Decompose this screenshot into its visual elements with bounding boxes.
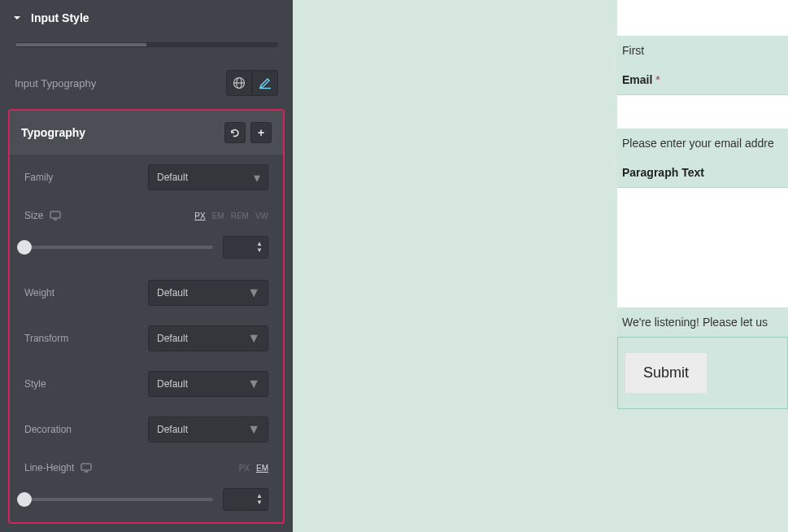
svg-rect-4 bbox=[50, 211, 60, 218]
lh-unit-em[interactable]: EM bbox=[256, 464, 268, 473]
lineheight-label: Line-Height bbox=[24, 462, 92, 473]
size-slider-thumb[interactable] bbox=[17, 240, 32, 255]
tab-active[interactable]: ACTIVE bbox=[146, 43, 277, 47]
transform-row: Transform Default ▼ bbox=[10, 316, 283, 361]
family-select-wrap: Default ▾ bbox=[148, 164, 268, 190]
lineheight-units: PX EM bbox=[239, 464, 268, 473]
unit-rem[interactable]: REM bbox=[231, 211, 249, 220]
tab-normal[interactable]: NORMAL bbox=[15, 43, 146, 47]
family-select[interactable]: Default bbox=[148, 164, 268, 190]
lineheight-row: Line-Height PX EM bbox=[10, 452, 283, 483]
weight-select[interactable]: Default bbox=[148, 280, 268, 306]
typography-actions: + bbox=[224, 122, 272, 143]
style-select[interactable]: Default bbox=[148, 371, 268, 397]
plus-icon: + bbox=[258, 126, 264, 139]
caret-down-icon bbox=[13, 14, 21, 22]
style-label: Style bbox=[24, 378, 46, 390]
typography-title: Typography bbox=[21, 126, 85, 139]
style-select-wrap: Default ▼ bbox=[148, 371, 268, 397]
desktop-icon[interactable] bbox=[81, 463, 92, 473]
stepper-icon: ▲▼ bbox=[255, 239, 264, 255]
submit-wrap: Submit bbox=[617, 337, 788, 409]
typography-panel: Typography + Family Default ▾ bbox=[8, 109, 285, 524]
weight-row: Weight Default ▼ bbox=[10, 270, 283, 316]
size-units: PX EM REM VW bbox=[194, 211, 268, 220]
stepper-icon: ▲▼ bbox=[255, 491, 264, 508]
undo-icon bbox=[229, 127, 241, 138]
pencil-icon-button[interactable] bbox=[252, 70, 278, 96]
first-name-label: First bbox=[617, 36, 788, 65]
family-row: Family Default ▾ bbox=[10, 155, 283, 200]
input-typography-label: Input Typography bbox=[15, 77, 96, 89]
pencil-icon bbox=[259, 76, 272, 89]
submit-button[interactable]: Submit bbox=[625, 352, 707, 394]
preview-canvas: First Email * Please enter your email ad… bbox=[293, 0, 788, 532]
paragraph-label-row: Paragraph Text bbox=[617, 158, 788, 187]
size-label-text: Size bbox=[24, 210, 43, 221]
email-label: Email bbox=[622, 73, 652, 86]
reset-button[interactable] bbox=[224, 122, 246, 143]
paragraph-help-text: We're listening! Please let us bbox=[617, 307, 788, 337]
lineheight-slider-thumb[interactable] bbox=[17, 492, 32, 507]
transform-select-wrap: Default ▼ bbox=[148, 325, 268, 351]
email-help-text: Please enter your email addre bbox=[617, 129, 788, 158]
family-label: Family bbox=[24, 172, 53, 183]
size-row: Size PX EM REM VW bbox=[10, 200, 283, 231]
state-tabs: NORMAL ACTIVE bbox=[15, 42, 278, 47]
editor-sidebar: Input Style NORMAL ACTIVE Input Typograp… bbox=[0, 0, 293, 532]
decoration-label: Decoration bbox=[24, 424, 72, 435]
form-input-band bbox=[617, 0, 788, 36]
transform-select[interactable]: Default bbox=[148, 325, 268, 351]
email-input[interactable] bbox=[617, 94, 788, 129]
paragraph-textarea[interactable] bbox=[617, 187, 788, 307]
globe-icon-button[interactable] bbox=[226, 70, 252, 96]
lineheight-slider-row: ▲▼ bbox=[10, 483, 283, 522]
section-header-input-style[interactable]: Input Style bbox=[0, 0, 293, 36]
section-title: Input Style bbox=[31, 11, 89, 24]
desktop-icon[interactable] bbox=[50, 211, 61, 220]
lineheight-slider[interactable] bbox=[24, 498, 213, 501]
globe-icon bbox=[233, 76, 246, 89]
decoration-row: Decoration Default ▼ bbox=[10, 407, 283, 452]
typography-toggle-buttons bbox=[226, 70, 278, 96]
unit-vw[interactable]: VW bbox=[255, 211, 268, 220]
size-slider[interactable] bbox=[24, 246, 213, 249]
lineheight-number-input[interactable]: ▲▼ bbox=[223, 488, 268, 511]
input-typography-row: Input Typography bbox=[0, 62, 293, 104]
decoration-select-wrap: Default ▼ bbox=[148, 416, 268, 443]
form-preview: First Email * Please enter your email ad… bbox=[617, 0, 788, 409]
weight-label: Weight bbox=[24, 287, 54, 299]
unit-px[interactable]: PX bbox=[194, 211, 205, 220]
lh-unit-px[interactable]: PX bbox=[239, 464, 250, 473]
email-label-row: Email * bbox=[617, 65, 788, 94]
required-asterisk: * bbox=[655, 73, 660, 86]
style-row: Style Default ▼ bbox=[10, 361, 283, 407]
svg-rect-6 bbox=[81, 464, 91, 470]
unit-em[interactable]: EM bbox=[212, 211, 224, 220]
size-label: Size bbox=[24, 210, 61, 221]
paragraph-label: Paragraph Text bbox=[622, 166, 704, 179]
size-number-input[interactable]: ▲▼ bbox=[223, 236, 268, 259]
decoration-select[interactable]: Default bbox=[148, 416, 268, 443]
typography-header: Typography + bbox=[10, 111, 283, 155]
size-slider-row: ▲▼ bbox=[10, 231, 283, 270]
transform-label: Transform bbox=[24, 333, 68, 344]
weight-select-wrap: Default ▼ bbox=[148, 280, 268, 306]
lineheight-label-text: Line-Height bbox=[24, 462, 74, 473]
add-button[interactable]: + bbox=[250, 122, 272, 143]
